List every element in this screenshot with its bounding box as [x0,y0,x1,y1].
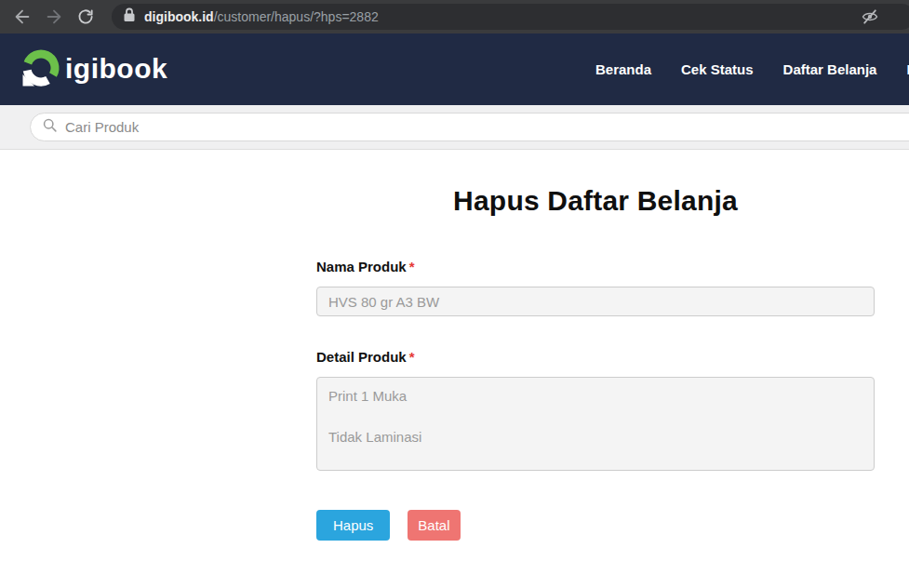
reload-icon[interactable] [74,6,97,28]
search-input[interactable] [65,119,909,135]
url-domain: digibook.id [144,9,214,24]
main-navigation: Beranda Cek Status Daftar Belanja Riwaya… [595,33,909,105]
url-text: digibook.id/customer/hapus/?hps=2882 [144,9,379,24]
required-asterisk: * [409,259,415,274]
form-actions: Hapus Batal [316,510,875,541]
url-bar[interactable]: digibook.id/customer/hapus/?hps=2882 [112,4,909,30]
site-navbar: igibook Beranda Cek Status Daftar Belanj… [0,33,909,105]
page-title: Hapus Daftar Belanja [316,185,875,217]
url-path: /customer/hapus/?hps=2882 [214,9,379,24]
search-icon [42,117,58,137]
eye-off-icon[interactable] [859,6,881,28]
required-asterisk: * [409,349,415,365]
hapus-button[interactable]: Hapus [316,510,390,541]
search-bar[interactable] [30,113,909,141]
back-icon[interactable] [11,6,33,28]
detail-produk-label-text: Detail Produk [316,349,407,365]
nav-item-cek-status[interactable]: Cek Status [681,61,754,77]
nav-item-beranda[interactable]: Beranda [595,61,651,77]
lock-icon [123,7,136,26]
nama-produk-label: Nama Produk* [316,259,875,274]
nav-item-daftar-belanja[interactable]: Daftar Belanja [783,61,877,77]
nama-produk-label-text: Nama Produk [316,259,407,274]
brand-logo[interactable]: igibook [20,33,167,105]
main-content: Hapus Daftar Belanja Nama Produk* Detail… [0,150,909,541]
digibook-d-icon [20,47,61,92]
logo-text: igibook [65,55,167,85]
detail-produk-label: Detail Produk* [316,349,875,365]
batal-button[interactable]: Batal [408,510,460,541]
search-strip [0,105,909,150]
detail-produk-textarea[interactable]: Print 1 Muka Tidak Laminasi [316,377,875,471]
nama-produk-input[interactable] [316,287,875,316]
forward-icon[interactable] [43,6,65,28]
detail-produk-group: Detail Produk* Print 1 Muka Tidak Lamina… [316,349,875,474]
nama-produk-group: Nama Produk* [316,259,875,316]
browser-toolbar: digibook.id/customer/hapus/?hps=2882 [0,0,909,33]
